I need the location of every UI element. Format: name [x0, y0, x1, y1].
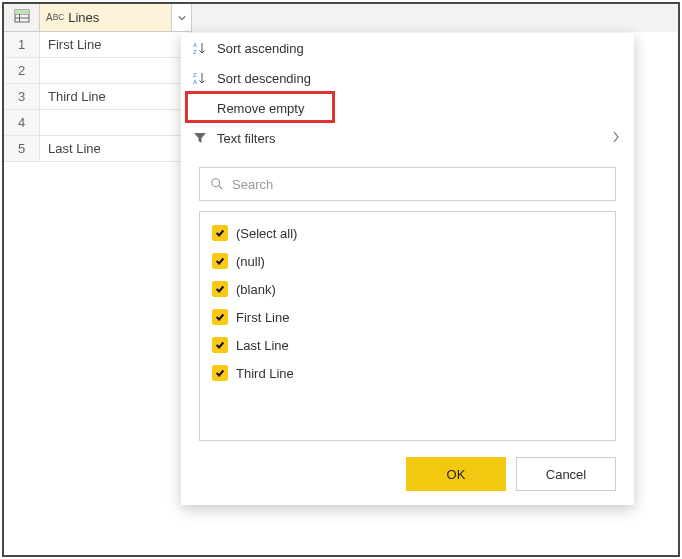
- button-row: OK Cancel: [181, 441, 634, 491]
- header-row: ABC Lines: [4, 4, 678, 32]
- filter-value-label: (blank): [236, 282, 276, 297]
- svg-line-10: [219, 186, 223, 190]
- sort-asc-icon: AZ: [189, 41, 211, 55]
- svg-text:A: A: [193, 42, 197, 48]
- cell[interactable]: [40, 110, 192, 136]
- chevron-down-icon: [178, 14, 186, 22]
- row-number: 3: [4, 84, 40, 110]
- row-number: 1: [4, 32, 40, 58]
- sort-descending-menu-item[interactable]: ZA Sort descending: [181, 63, 634, 93]
- ok-button[interactable]: OK: [406, 457, 506, 491]
- text-filters-menu-item[interactable]: Text filters: [181, 123, 634, 153]
- remove-empty-menu-item[interactable]: Remove empty: [181, 93, 634, 123]
- menu-label: Remove empty: [211, 101, 304, 116]
- svg-text:A: A: [193, 79, 197, 85]
- filter-value-item[interactable]: First Line: [212, 306, 603, 328]
- filter-values-list: (Select all) (null) (blank) First Line L…: [199, 211, 616, 441]
- search-box[interactable]: [199, 167, 616, 201]
- checkbox-checked-icon[interactable]: [212, 281, 228, 297]
- abc-type-icon: ABC: [46, 12, 64, 23]
- svg-point-9: [212, 179, 220, 187]
- filter-value-item[interactable]: Last Line: [212, 334, 603, 356]
- row-number: 4: [4, 110, 40, 136]
- svg-text:Z: Z: [193, 72, 197, 78]
- menu-label: Sort ascending: [211, 41, 304, 56]
- sort-ascending-menu-item[interactable]: AZ Sort ascending: [181, 33, 634, 63]
- filter-value-item[interactable]: (null): [212, 250, 603, 272]
- cell[interactable]: [40, 58, 192, 84]
- row-number: 2: [4, 58, 40, 84]
- column-header-lines[interactable]: ABC Lines: [40, 4, 192, 32]
- svg-rect-4: [15, 10, 29, 14]
- column-header-label: Lines: [68, 10, 99, 25]
- checkbox-checked-icon[interactable]: [212, 337, 228, 353]
- cell[interactable]: Last Line: [40, 136, 192, 162]
- checkbox-checked-icon[interactable]: [212, 225, 228, 241]
- button-label: OK: [447, 467, 466, 482]
- checkbox-checked-icon[interactable]: [212, 365, 228, 381]
- filter-values-panel: (Select all) (null) (blank) First Line L…: [181, 153, 634, 441]
- column-filter-menu: AZ Sort ascending ZA Sort descending Rem…: [181, 33, 634, 505]
- search-input[interactable]: [232, 177, 615, 192]
- cancel-button[interactable]: Cancel: [516, 457, 616, 491]
- menu-label: Text filters: [211, 131, 276, 146]
- button-label: Cancel: [546, 467, 586, 482]
- filter-value-label: Last Line: [236, 338, 289, 353]
- checkbox-checked-icon[interactable]: [212, 309, 228, 325]
- cell[interactable]: Third Line: [40, 84, 192, 110]
- filter-value-label: First Line: [236, 310, 289, 325]
- svg-text:Z: Z: [193, 49, 197, 55]
- filter-value-label: Third Line: [236, 366, 294, 381]
- cell[interactable]: First Line: [40, 32, 192, 58]
- filter-value-label: (null): [236, 254, 265, 269]
- column-filter-dropdown-button[interactable]: [171, 4, 191, 31]
- row-number: 5: [4, 136, 40, 162]
- search-icon: [210, 177, 224, 191]
- table-icon-cell[interactable]: [4, 4, 40, 32]
- filter-icon: [189, 131, 211, 145]
- table-icon: [14, 8, 30, 27]
- filter-value-item[interactable]: Third Line: [212, 362, 603, 384]
- filter-value-item[interactable]: (blank): [212, 278, 603, 300]
- filter-value-label: (Select all): [236, 226, 297, 241]
- menu-label: Sort descending: [211, 71, 311, 86]
- filter-value-item[interactable]: (Select all): [212, 222, 603, 244]
- chevron-right-icon: [612, 131, 620, 146]
- checkbox-checked-icon[interactable]: [212, 253, 228, 269]
- sort-desc-icon: ZA: [189, 71, 211, 85]
